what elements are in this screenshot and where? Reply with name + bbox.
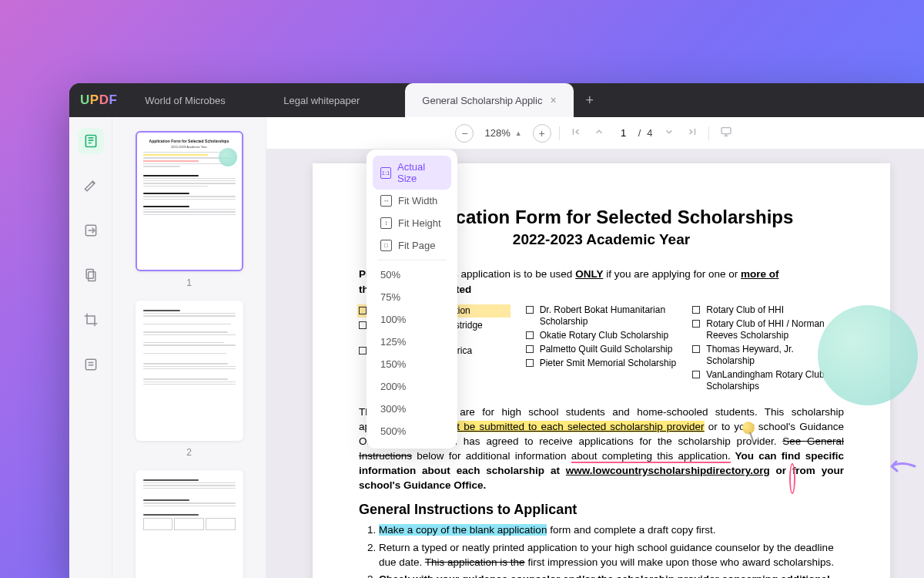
annotation-circle-shape[interactable] [818,305,918,405]
zoom-50[interactable]: 50% [373,264,451,286]
zoom-in-button[interactable]: + [533,124,551,143]
checkbox-icon [526,345,534,353]
link-text: www.lowcountryscholarshipdirectory.org [566,465,770,476]
highlight-annotation[interactable]: must be submitted to each selected schol… [437,421,705,432]
text: Pieter Smit Memorial Scholarship [540,358,676,369]
tab-label: General Scholarship Applic [422,95,542,106]
checkbox-icon [692,371,700,378]
checkbox-icon [692,345,700,353]
text: Palmetto Quilt Guild Scholarship [540,344,673,355]
app-window: UPDF World of Microbes Legal whitepaper … [69,83,924,578]
fit-page-icon: □ [380,240,392,251]
zoom-fit-height[interactable]: ↕Fit Height [373,212,451,234]
form-tool[interactable] [78,351,104,378]
menu-label: 300% [380,403,406,415]
page-thumbnail-3[interactable] [136,470,243,578]
close-icon[interactable]: × [550,94,556,106]
thumbnails-tool[interactable] [78,128,104,154]
thumbnail-label: 2 [122,447,256,458]
highlighter-tool[interactable] [78,173,104,199]
menu-label: 50% [380,269,400,281]
zoom-150[interactable]: 150% [373,353,451,375]
next-page-button[interactable] [661,126,678,139]
highlight-annotation[interactable]: Make a copy of the blank application [379,524,547,536]
squiggly-annotation[interactable]: about completing this application. [571,450,731,463]
tab-general-scholarship[interactable]: General Scholarship Applic × [405,83,573,117]
checkbox-icon [526,331,534,339]
svg-rect-2 [86,270,93,279]
logo-letter: U [80,92,90,108]
zoom-200[interactable]: 200% [373,375,451,398]
separator [559,126,560,140]
text: Rotary Club of HHI [706,304,784,316]
menu-label: Fit Page [398,240,435,251]
scholarship-item: Okatie Rotary Club Scholarship [526,330,678,341]
zoom-actual-size[interactable]: 1:1Actual Size [373,156,451,190]
strikethrough-annotation[interactable]: This application is the [425,556,525,568]
prev-page-button[interactable] [591,126,608,139]
zoom-125[interactable]: 125% [373,331,451,353]
list-item: Return a typed or neatly printed applica… [379,540,844,570]
menu-label: 150% [380,358,406,370]
separator [708,126,709,140]
page-total: 4 [647,127,652,139]
menu-divider [377,260,447,260]
actual-size-icon: 1:1 [380,167,391,179]
tab-world-of-microbes[interactable]: World of Microbes [128,83,266,117]
menu-label: Fit Width [398,195,437,207]
text: Okatie Rotary Club Scholarship [540,330,668,341]
text: or [770,465,792,476]
thumbnail-panel: Application Form for Selected Scholarshi… [112,117,266,578]
zoom-dropdown-menu: 1:1Actual Size ↔Fit Width ↕Fit Height □F… [367,150,457,449]
scholarship-item: Pieter Smit Memorial Scholarship [526,358,678,369]
pages-tool[interactable] [78,262,104,288]
text: if you are applying for one or [603,268,741,280]
zoom-100[interactable]: 100% [373,308,451,331]
zoom-level-dropdown[interactable]: 128% ▲ [480,127,526,139]
text: Check with your guidance counselor and/o… [379,573,830,578]
annotation-arrow-icon[interactable] [886,456,916,476]
zoom-fit-page[interactable]: □Fit Page [373,234,451,257]
section-heading: General Instructions to Applicant [359,502,844,518]
page-indicator: / 4 [615,127,653,139]
text: the school has agreed to receive applica… [401,435,782,447]
checkbox-icon [526,306,534,314]
svg-rect-5 [721,128,731,134]
edit-text-tool[interactable] [78,217,104,244]
zoom-300[interactable]: 300% [373,398,451,420]
tab-legal-whitepaper[interactable]: Legal whitepaper [266,83,405,117]
page-separator: / [638,127,641,139]
text: more of [741,268,779,280]
zoom-fit-width[interactable]: ↔Fit Width [373,190,451,212]
text: below for additional information [412,450,571,462]
first-page-button[interactable] [567,126,584,139]
text: ONLY [575,268,603,280]
zoom-value: 128% [484,127,510,139]
add-tab-button[interactable]: + [574,83,607,117]
page-current-input[interactable] [615,127,632,139]
scholarship-item: Dr. Robert Bokat Humanitarian Scholarshi… [526,304,678,328]
scholarship-item: Rotary Club of HHI [692,304,844,316]
last-page-button[interactable] [684,126,701,139]
zoom-500[interactable]: 500% [373,420,451,442]
page-thumbnail-1[interactable]: Application Form for Selected Scholarshi… [136,131,243,271]
zoom-75[interactable]: 75% [373,286,451,308]
instruction-list: Make a copy of the blank application for… [359,523,844,578]
zoom-out-button[interactable]: − [455,124,474,143]
page-thumbnail-2[interactable] [136,301,243,441]
checkbox-icon [692,306,700,314]
fit-height-icon: ↕ [380,217,392,229]
app-logo: UPDF [77,83,128,117]
menu-label: 75% [380,291,400,303]
list-item: Make a copy of the blank application for… [379,523,844,537]
menu-label: Actual Size [397,161,444,184]
text: form and complete a draft copy first. [547,524,715,536]
left-tool-rail [69,117,112,578]
document-toolbar: − 128% ▲ + [266,117,924,150]
presentation-button[interactable] [717,126,735,140]
checkbox-icon [359,347,367,355]
workspace: Application Form for Selected Scholarshi… [69,117,924,578]
crop-tool[interactable] [78,307,104,333]
text: Dr. Robert Bokat Humanitarian Scholarshi… [540,304,678,328]
logo-letter: P [90,92,99,108]
